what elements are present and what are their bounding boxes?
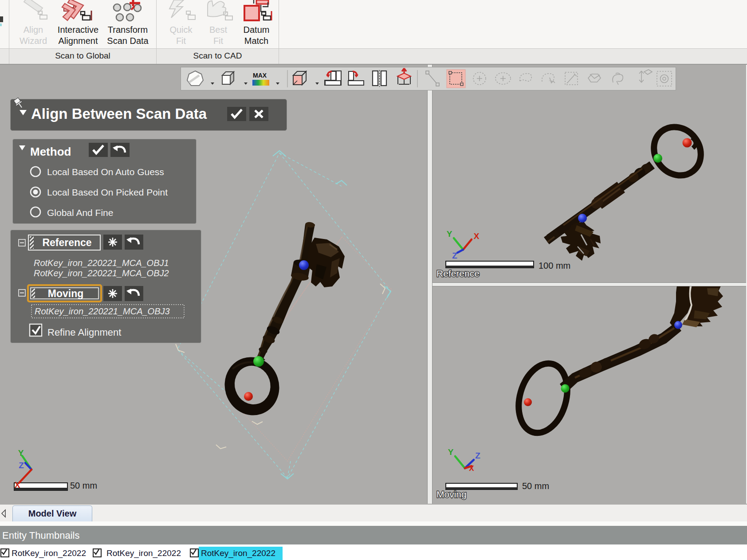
svg-text:X: X: [15, 480, 20, 490]
svg-text:Moving: Moving: [436, 489, 467, 499]
svg-text:Reference: Reference: [42, 237, 91, 248]
svg-text:Moving: Moving: [48, 288, 84, 299]
svg-text:Y: Y: [448, 447, 454, 457]
svg-text:Z: Z: [452, 251, 457, 260]
svg-text:Z: Z: [475, 451, 480, 460]
svg-text:X: X: [474, 231, 480, 241]
svg-text:X: X: [469, 464, 474, 473]
svg-text:Y: Y: [447, 229, 452, 239]
svg-text:Z: Z: [19, 461, 24, 470]
svg-text:50 mm: 50 mm: [70, 481, 97, 490]
svg-text:100 mm: 100 mm: [539, 261, 570, 270]
svg-text:Reference: Reference: [436, 268, 480, 278]
svg-text:Y: Y: [18, 448, 24, 458]
svg-text:50 mm: 50 mm: [522, 481, 549, 491]
svg-text:MAX: MAX: [253, 72, 267, 79]
